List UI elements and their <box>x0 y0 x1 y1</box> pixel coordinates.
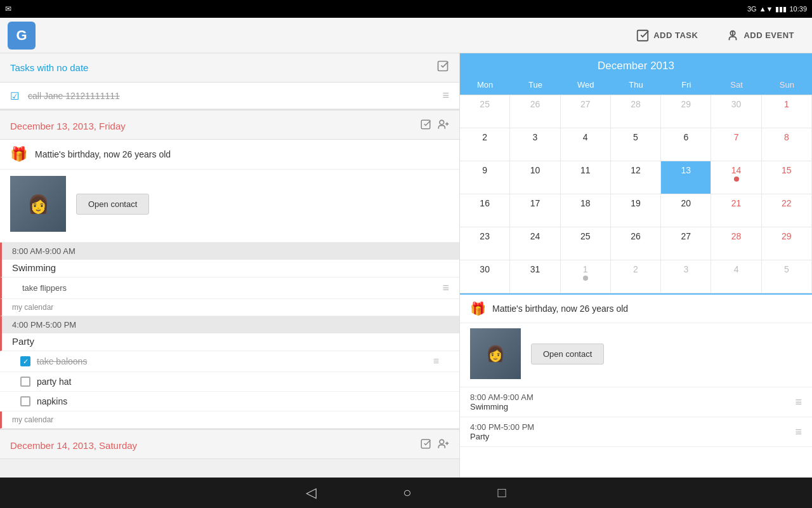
cal-day-dot <box>583 276 588 281</box>
cal-day-5-w1[interactable]: 5 <box>611 128 661 161</box>
cal-day-4-w5[interactable]: 4 <box>711 260 761 293</box>
cal-day-21-w3[interactable]: 21 <box>711 194 761 227</box>
home-button[interactable]: ○ <box>398 479 416 506</box>
cal-day-19-w3[interactable]: 19 <box>611 194 661 227</box>
cal-day-26[interactable]: 26 <box>510 95 560 128</box>
cal-day-23-w4[interactable]: 23 <box>460 227 510 260</box>
cal-day-num: 17 <box>530 198 540 208</box>
weekday-wed: Wed <box>561 79 611 91</box>
cal-day-num: 10 <box>530 165 540 175</box>
cal-day-11-w2[interactable]: 11 <box>561 161 611 194</box>
cal-gift-icon: 🎁 <box>470 301 486 316</box>
cal-day-29-w4[interactable]: 29 <box>762 227 812 260</box>
cal-day-18-w3[interactable]: 18 <box>561 194 611 227</box>
cal-day-2-w5[interactable]: 2 <box>611 260 661 293</box>
cal-day-31-w5[interactable]: 31 <box>510 260 560 293</box>
task-checkbox-checked[interactable]: ☑ <box>10 90 22 102</box>
checkbox-baloons[interactable]: ✓ <box>20 356 30 366</box>
add-event-button[interactable]: ADD EVENT <box>716 23 804 48</box>
cal-day-12-w2[interactable]: 12 <box>611 161 661 194</box>
bottom-navigation: ◁ ○ □ <box>0 478 812 508</box>
cal-day-num: 21 <box>731 198 742 208</box>
cal-day-num: 14 <box>731 165 742 175</box>
add-task-dec13-icon[interactable] <box>420 119 431 133</box>
cal-day-7-w1[interactable]: 7 <box>711 128 761 161</box>
cal-day-28[interactable]: 28 <box>611 95 661 128</box>
cal-day-4-w1[interactable]: 4 <box>561 128 611 161</box>
cal-swimming-row[interactable]: 8:00 AM-9:00 AM Swimming ≡ <box>460 387 812 417</box>
party-event-name[interactable]: Party <box>0 333 459 351</box>
cal-day-26-w4[interactable]: 26 <box>611 227 661 260</box>
cal-day-1[interactable]: 1 <box>762 95 812 128</box>
checkbox-partyhat[interactable] <box>20 377 30 387</box>
svg-rect-3 <box>438 62 448 71</box>
cal-open-contact-button[interactable]: Open contact <box>531 344 604 364</box>
checklist-item-partyhat[interactable]: party hat <box>0 372 459 392</box>
back-button[interactable]: ◁ <box>301 479 322 506</box>
add-task-dec14-icon[interactable] <box>420 438 431 453</box>
cal-day-3-w5[interactable]: 3 <box>661 260 711 293</box>
call-jane-task[interactable]: ☑ call Jane 12121111111 ≡ <box>0 83 459 109</box>
cal-swimming-menu-icon: ≡ <box>795 396 802 409</box>
cal-day-27[interactable]: 27 <box>561 95 611 128</box>
checklist-item-napkins[interactable]: napkins <box>0 392 459 411</box>
cal-day-20-w3[interactable]: 20 <box>661 194 711 227</box>
cal-day-3-w1[interactable]: 3 <box>510 128 560 161</box>
cal-day-30-w5[interactable]: 30 <box>460 260 510 293</box>
recent-apps-button[interactable]: □ <box>493 479 511 506</box>
cal-day-8-w1[interactable]: 8 <box>762 128 812 161</box>
cal-day-num: 4 <box>734 264 739 274</box>
cal-day-1-w5[interactable]: 1 <box>561 260 611 293</box>
cal-day-num: 11 <box>580 165 591 175</box>
cal-day-17-w3[interactable]: 17 <box>510 194 560 227</box>
cal-day-25-w4[interactable]: 25 <box>561 227 611 260</box>
cal-party-row[interactable]: 4:00 PM-5:00 PM Party ≡ <box>460 417 812 447</box>
gift-icon: 🎁 <box>10 146 27 163</box>
baloons-drag: ≡ <box>433 356 439 367</box>
cal-day-num: 5 <box>784 264 789 274</box>
dec14-header: December 14, 2013, Saturday <box>0 429 459 459</box>
add-task-section-icon[interactable] <box>436 60 449 76</box>
add-person-dec13-icon[interactable] <box>436 118 449 134</box>
cal-day-13-w2[interactable]: 13 <box>661 161 711 194</box>
contact-photo: 👩 <box>10 176 66 232</box>
calendar-panel: December 2013 Mon Tue Wed Thu Fri Sat Su… <box>460 53 812 478</box>
cal-day-28-w4[interactable]: 28 <box>711 227 761 260</box>
swimming-time: 8:00 AM-9:00 AM <box>0 243 459 260</box>
cal-day-30[interactable]: 30 <box>711 95 761 128</box>
cal-day-25[interactable]: 25 <box>460 95 510 128</box>
cal-day-num: 20 <box>681 198 691 208</box>
cal-day-29[interactable]: 29 <box>661 95 711 128</box>
cal-day-14-w2[interactable]: 14 <box>711 161 761 194</box>
swimming-cal-label: my calendar <box>0 299 459 316</box>
add-person-dec14-icon[interactable] <box>436 438 449 453</box>
cal-day-27-w4[interactable]: 27 <box>661 227 711 260</box>
swimming-event-name[interactable]: Swimming <box>0 260 459 277</box>
cal-day-2-w1[interactable]: 2 <box>460 128 510 161</box>
open-contact-button[interactable]: Open contact <box>76 194 149 215</box>
cal-day-dot <box>734 177 739 182</box>
calendar-events: 🎁 Mattie's birthday, now 26 years old 👩 … <box>460 293 812 478</box>
main-content: Tasks with no date ☑ call Jane 121211111… <box>0 53 812 478</box>
cal-day-num: 30 <box>480 264 490 274</box>
checklist-item-baloons[interactable]: ✓ take baloons ≡ <box>0 351 459 372</box>
add-task-icon <box>636 29 650 43</box>
cal-day-10-w2[interactable]: 10 <box>510 161 560 194</box>
cal-day-num: 27 <box>681 231 691 241</box>
cal-day-22-w3[interactable]: 22 <box>762 194 812 227</box>
cal-day-num: 13 <box>681 165 691 175</box>
cal-day-9-w2[interactable]: 9 <box>460 161 510 194</box>
cal-day-24-w4[interactable]: 24 <box>510 227 560 260</box>
cal-day-num: 8 <box>784 132 789 142</box>
cal-day-num: 29 <box>681 99 691 109</box>
cal-swimming-time: 8:00 AM-9:00 AM <box>470 392 534 402</box>
cal-day-6-w1[interactable]: 6 <box>661 128 711 161</box>
battery-icon: ▮▮▮ <box>775 5 787 13</box>
cal-day-5-w5[interactable]: 5 <box>762 260 812 293</box>
mail-icon: ✉ <box>5 4 11 13</box>
cal-day-16-w3[interactable]: 16 <box>460 194 510 227</box>
cal-day-15-w2[interactable]: 15 <box>762 161 812 194</box>
checkbox-napkins[interactable] <box>20 396 30 406</box>
top-bar: G ADD TASK ADD EVENT <box>0 18 812 53</box>
add-task-button[interactable]: ADD TASK <box>625 23 708 48</box>
